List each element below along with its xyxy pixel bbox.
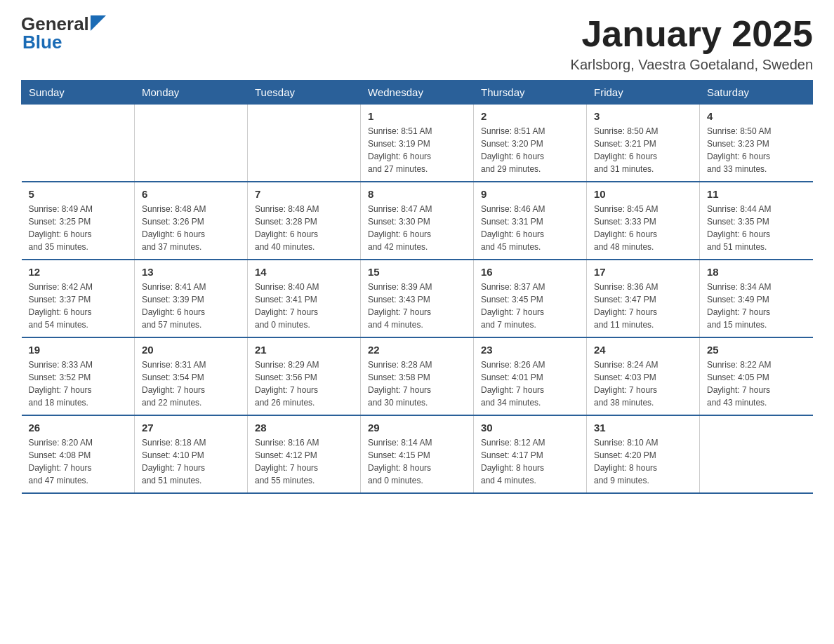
day-number: 27 (142, 422, 240, 434)
day-number: 12 (29, 266, 128, 278)
week-row-5: 26Sunrise: 8:20 AMSunset: 4:08 PMDayligh… (22, 415, 813, 493)
calendar-cell: 24Sunrise: 8:24 AMSunset: 4:03 PMDayligh… (587, 337, 700, 415)
calendar-cell: 28Sunrise: 8:16 AMSunset: 4:12 PMDayligh… (248, 415, 361, 493)
calendar-cell: 22Sunrise: 8:28 AMSunset: 3:58 PMDayligh… (361, 337, 474, 415)
day-info: Sunrise: 8:36 AMSunset: 3:47 PMDaylight:… (594, 281, 692, 331)
day-number: 26 (29, 422, 128, 434)
header-day-wednesday: Wednesday (361, 81, 474, 105)
week-row-4: 19Sunrise: 8:33 AMSunset: 3:52 PMDayligh… (22, 337, 813, 415)
calendar-cell: 25Sunrise: 8:22 AMSunset: 4:05 PMDayligh… (700, 337, 813, 415)
calendar-cell: 2Sunrise: 8:51 AMSunset: 3:20 PMDaylight… (474, 105, 587, 182)
day-info: Sunrise: 8:51 AMSunset: 3:20 PMDaylight:… (481, 125, 579, 175)
calendar-cell (22, 105, 135, 182)
day-number: 3 (594, 110, 692, 122)
day-info: Sunrise: 8:33 AMSunset: 3:52 PMDaylight:… (29, 358, 128, 409)
day-number: 9 (481, 188, 579, 200)
header-day-friday: Friday (587, 81, 700, 105)
calendar-cell: 11Sunrise: 8:44 AMSunset: 3:35 PMDayligh… (700, 182, 813, 260)
day-number: 20 (142, 344, 240, 356)
calendar-cell: 3Sunrise: 8:50 AMSunset: 3:21 PMDaylight… (587, 105, 700, 182)
day-info: Sunrise: 8:49 AMSunset: 3:25 PMDaylight:… (29, 203, 128, 253)
header-day-sunday: Sunday (22, 81, 135, 105)
day-number: 22 (368, 344, 466, 356)
day-number: 25 (707, 344, 806, 356)
calendar-cell: 4Sunrise: 8:50 AMSunset: 3:23 PMDaylight… (700, 105, 813, 182)
calendar-cell: 7Sunrise: 8:48 AMSunset: 3:28 PMDaylight… (248, 182, 361, 260)
day-number: 30 (481, 422, 579, 434)
day-number: 24 (594, 344, 692, 356)
calendar-cell: 5Sunrise: 8:49 AMSunset: 3:25 PMDaylight… (22, 182, 135, 260)
day-number: 21 (255, 344, 353, 356)
location-text: Karlsborg, Vaestra Goetaland, Sweden (571, 57, 813, 73)
calendar-cell: 13Sunrise: 8:41 AMSunset: 3:39 PMDayligh… (135, 260, 248, 337)
day-number: 28 (255, 422, 353, 434)
calendar-cell: 14Sunrise: 8:40 AMSunset: 3:41 PMDayligh… (248, 260, 361, 337)
logo-blue-text: Blue (22, 33, 106, 51)
page-header: General Blue January 2025 Karlsborg, Vae… (21, 14, 813, 73)
week-row-2: 5Sunrise: 8:49 AMSunset: 3:25 PMDaylight… (22, 182, 813, 260)
calendar-cell: 15Sunrise: 8:39 AMSunset: 3:43 PMDayligh… (361, 260, 474, 337)
day-number: 16 (481, 266, 579, 278)
day-number: 29 (368, 422, 466, 434)
calendar-cell: 31Sunrise: 8:10 AMSunset: 4:20 PMDayligh… (587, 415, 700, 493)
day-number: 7 (255, 188, 353, 200)
day-info: Sunrise: 8:45 AMSunset: 3:33 PMDaylight:… (594, 203, 692, 253)
logo-general-text: General (21, 15, 89, 33)
calendar-cell: 26Sunrise: 8:20 AMSunset: 4:08 PMDayligh… (22, 415, 135, 493)
calendar-cell: 12Sunrise: 8:42 AMSunset: 3:37 PMDayligh… (22, 260, 135, 337)
day-number: 8 (368, 188, 466, 200)
day-info: Sunrise: 8:28 AMSunset: 3:58 PMDaylight:… (368, 358, 466, 409)
day-number: 11 (707, 188, 806, 200)
calendar-cell (248, 105, 361, 182)
calendar-cell: 30Sunrise: 8:12 AMSunset: 4:17 PMDayligh… (474, 415, 587, 493)
calendar-header: SundayMondayTuesdayWednesdayThursdayFrid… (22, 81, 813, 105)
day-info: Sunrise: 8:12 AMSunset: 4:17 PMDaylight:… (481, 436, 579, 487)
header-day-thursday: Thursday (474, 81, 587, 105)
day-info: Sunrise: 8:20 AMSunset: 4:08 PMDaylight:… (29, 436, 128, 487)
day-number: 17 (594, 266, 692, 278)
day-info: Sunrise: 8:41 AMSunset: 3:39 PMDaylight:… (142, 281, 240, 331)
day-info: Sunrise: 8:24 AMSunset: 4:03 PMDaylight:… (594, 358, 692, 409)
title-block: January 2025 Karlsborg, Vaestra Goetalan… (571, 14, 813, 73)
day-info: Sunrise: 8:18 AMSunset: 4:10 PMDaylight:… (142, 436, 240, 487)
day-info: Sunrise: 8:39 AMSunset: 3:43 PMDaylight:… (368, 281, 466, 331)
week-row-1: 1Sunrise: 8:51 AMSunset: 3:19 PMDaylight… (22, 105, 813, 182)
day-number: 31 (594, 422, 692, 434)
day-info: Sunrise: 8:48 AMSunset: 3:28 PMDaylight:… (255, 203, 353, 253)
day-info: Sunrise: 8:44 AMSunset: 3:35 PMDaylight:… (707, 203, 806, 253)
svg-marker-0 (91, 15, 106, 31)
logo-triangle-icon (91, 15, 106, 31)
day-number: 18 (707, 266, 806, 278)
calendar-cell (135, 105, 248, 182)
day-number: 1 (368, 110, 466, 122)
day-number: 15 (368, 266, 466, 278)
logo: General Blue (21, 14, 106, 51)
day-info: Sunrise: 8:40 AMSunset: 3:41 PMDaylight:… (255, 281, 353, 331)
day-number: 2 (481, 110, 579, 122)
calendar-cell: 29Sunrise: 8:14 AMSunset: 4:15 PMDayligh… (361, 415, 474, 493)
calendar-cell: 20Sunrise: 8:31 AMSunset: 3:54 PMDayligh… (135, 337, 248, 415)
calendar-body: 1Sunrise: 8:51 AMSunset: 3:19 PMDaylight… (22, 105, 813, 494)
calendar-cell: 18Sunrise: 8:34 AMSunset: 3:49 PMDayligh… (700, 260, 813, 337)
day-info: Sunrise: 8:37 AMSunset: 3:45 PMDaylight:… (481, 281, 579, 331)
header-row: SundayMondayTuesdayWednesdayThursdayFrid… (22, 81, 813, 105)
day-number: 14 (255, 266, 353, 278)
header-day-saturday: Saturday (700, 81, 813, 105)
day-info: Sunrise: 8:50 AMSunset: 3:23 PMDaylight:… (707, 125, 806, 175)
calendar-cell: 23Sunrise: 8:26 AMSunset: 4:01 PMDayligh… (474, 337, 587, 415)
calendar-cell: 1Sunrise: 8:51 AMSunset: 3:19 PMDaylight… (361, 105, 474, 182)
calendar-cell: 27Sunrise: 8:18 AMSunset: 4:10 PMDayligh… (135, 415, 248, 493)
calendar-cell: 17Sunrise: 8:36 AMSunset: 3:47 PMDayligh… (587, 260, 700, 337)
day-info: Sunrise: 8:47 AMSunset: 3:30 PMDaylight:… (368, 203, 466, 253)
calendar-cell: 8Sunrise: 8:47 AMSunset: 3:30 PMDaylight… (361, 182, 474, 260)
day-info: Sunrise: 8:31 AMSunset: 3:54 PMDaylight:… (142, 358, 240, 409)
day-info: Sunrise: 8:29 AMSunset: 3:56 PMDaylight:… (255, 358, 353, 409)
calendar-table: SundayMondayTuesdayWednesdayThursdayFrid… (21, 80, 813, 494)
day-info: Sunrise: 8:50 AMSunset: 3:21 PMDaylight:… (594, 125, 692, 175)
day-info: Sunrise: 8:42 AMSunset: 3:37 PMDaylight:… (29, 281, 128, 331)
header-day-tuesday: Tuesday (248, 81, 361, 105)
calendar-cell: 6Sunrise: 8:48 AMSunset: 3:26 PMDaylight… (135, 182, 248, 260)
week-row-3: 12Sunrise: 8:42 AMSunset: 3:37 PMDayligh… (22, 260, 813, 337)
day-number: 6 (142, 188, 240, 200)
day-info: Sunrise: 8:46 AMSunset: 3:31 PMDaylight:… (481, 203, 579, 253)
